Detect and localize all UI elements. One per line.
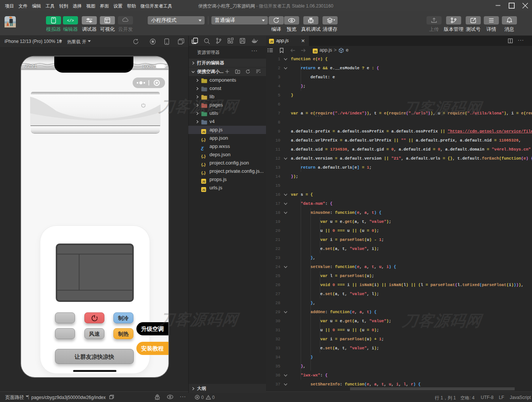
svg-text:</>: </>: [67, 19, 74, 23]
